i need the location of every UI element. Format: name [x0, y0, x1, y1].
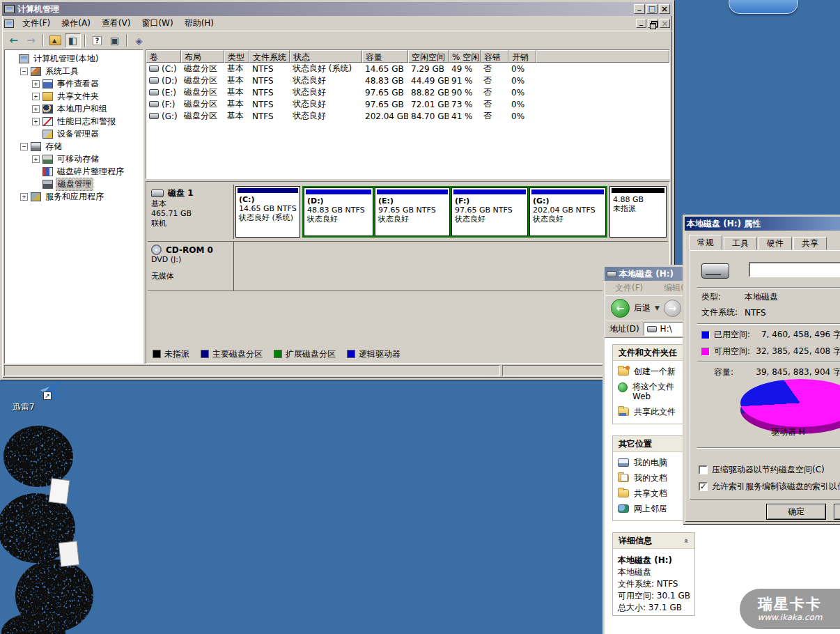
- expand-box-icon[interactable]: +: [32, 155, 40, 163]
- menu-item-2[interactable]: 查看(V): [96, 17, 137, 29]
- column-header-0[interactable]: 卷: [146, 50, 181, 63]
- sidebar-item-device-manager[interactable]: 设备管理器: [5, 127, 143, 140]
- used-space-value: 7, 460, 458, 496 字: [761, 329, 840, 341]
- xunlei7-desktop-shortcut[interactable]: ↗ 迅雷7: [13, 382, 68, 413]
- mdi-minimize-button[interactable]: [636, 19, 646, 28]
- sidebar-item-performance-logs[interactable]: +性能日志和警报: [5, 115, 143, 127]
- properties-button[interactable]: [89, 33, 105, 48]
- cell: 0%: [508, 64, 536, 74]
- forward-button[interactable]: [23, 33, 39, 48]
- column-header-5[interactable]: 容量: [362, 50, 408, 63]
- sidebar-item-disk-defragmenter[interactable]: 磁盘碎片整理程序: [5, 165, 143, 178]
- cell: 基本: [224, 86, 249, 98]
- tab-3[interactable]: 共享: [793, 237, 827, 250]
- tab-1[interactable]: 工具: [724, 237, 757, 250]
- maximize-button[interactable]: [646, 4, 658, 14]
- compress-drive-checkbox[interactable]: [699, 465, 708, 474]
- tab-2[interactable]: 硬件: [759, 237, 792, 250]
- column-header-8[interactable]: 容错: [481, 50, 508, 63]
- column-header-6[interactable]: 空闲空间: [408, 50, 449, 63]
- forward-button[interactable]: →: [664, 300, 681, 317]
- used-space-label: 已用空间:: [714, 329, 750, 341]
- separator: [697, 361, 840, 362]
- sidebar-item-local-users-groups[interactable]: +本地用户和组: [5, 102, 143, 115]
- sidebar-item-event-viewer[interactable]: +事件查看器: [5, 77, 143, 90]
- column-header-3[interactable]: 文件系统: [249, 50, 290, 63]
- title-bar[interactable]: 计算机管理: [2, 2, 672, 16]
- sidebar-item-storage[interactable]: −存储: [5, 140, 143, 153]
- volume-row-g[interactable]: (G:)磁盘分区基本NTFS状态良好202.04 GB84.70 GB41 %否…: [146, 110, 669, 122]
- panel-header-details[interactable]: 详细信息«: [613, 533, 694, 549]
- task-item-folder-new[interactable]: 创建一个新: [618, 366, 692, 376]
- collapse-box-icon[interactable]: −: [20, 143, 28, 150]
- sidebar-item-disk-management[interactable]: 磁盘管理: [5, 178, 143, 190]
- task-item-my-computer[interactable]: 我的电脑: [618, 458, 692, 467]
- action-button[interactable]: [131, 33, 147, 48]
- collapse-box-icon[interactable]: −: [20, 68, 28, 75]
- column-header-1[interactable]: 布局: [181, 50, 224, 63]
- new-window-button[interactable]: [107, 33, 123, 48]
- up-level-button[interactable]: [47, 33, 63, 48]
- sidebar-item-services-applications[interactable]: +服务和应用程序: [5, 190, 143, 203]
- sidebar-item-system-tools[interactable]: −系统工具: [5, 65, 143, 77]
- back-button[interactable]: [6, 33, 22, 48]
- column-header-4[interactable]: 状态: [290, 50, 362, 63]
- expand-box-icon[interactable]: +: [32, 80, 40, 88]
- volume-row-d[interactable]: (D:)磁盘分区基本NTFS状态良好48.83 GB44.49 GB91 %否0…: [146, 75, 669, 86]
- volume-row-f[interactable]: (F:)磁盘分区基本NTFS状态良好97.65 GB72.01 GB73 %否0…: [146, 98, 669, 110]
- back-label[interactable]: 后退: [634, 302, 651, 314]
- tab-0[interactable]: 常规: [689, 235, 722, 250]
- sidebar-item-shared-folders[interactable]: +共享文件夹: [5, 90, 143, 102]
- expand-box-icon[interactable]: +: [32, 118, 40, 125]
- task-item-network-places[interactable]: 网上邻居: [618, 504, 692, 513]
- panel-title: 其它位置: [619, 438, 652, 450]
- volume-row-e[interactable]: (E:)磁盘分区基本NTFS状态良好97.65 GB88.82 GB90 %否0…: [146, 86, 669, 98]
- close-button[interactable]: [659, 4, 670, 14]
- title-bar[interactable]: 本地磁盘 (H:) 属性: [685, 217, 840, 231]
- disk-1-header[interactable]: 磁盘 1 基本 465.71 GB 联机: [148, 185, 234, 239]
- menu-item-0[interactable]: 文件(F): [17, 17, 56, 29]
- menu-item-3[interactable]: 窗口(W): [136, 17, 178, 29]
- back-dropdown-icon[interactable]: ▼: [655, 304, 660, 311]
- partition-c[interactable]: (C:)14.65 GB NTFS状态良好 (系统): [235, 186, 300, 238]
- collapse-chevron-icon[interactable]: «: [682, 538, 691, 543]
- floating-widget[interactable]: [729, 0, 798, 14]
- mdi-restore-button[interactable]: [648, 19, 658, 28]
- back-button[interactable]: ←: [611, 299, 630, 318]
- shared-documents-icon: [618, 489, 629, 497]
- task-item-shared-documents[interactable]: 共享文档: [618, 488, 692, 498]
- sidebar-item-removable-storage[interactable]: +可移动存储: [5, 153, 143, 165]
- column-header-7[interactable]: % 空闲: [449, 50, 481, 63]
- unallocated-space[interactable]: 4.88 GB未指派: [609, 186, 667, 238]
- cancel-button[interactable]: [834, 504, 840, 520]
- disk-1-row: 磁盘 1 基本 465.71 GB 联机 (C:)14.65 GB NTFS状态…: [148, 185, 668, 239]
- column-header-2[interactable]: 类型: [224, 50, 249, 63]
- volume-label-field[interactable]: [749, 262, 840, 277]
- expand-box-icon[interactable]: +: [32, 93, 40, 100]
- task-item-my-documents[interactable]: 我的文档: [618, 473, 692, 483]
- expand-box-icon[interactable]: +: [32, 105, 40, 113]
- cell: 状态良好 (系统): [290, 63, 362, 75]
- sidebar-item-computer-management[interactable]: 计算机管理(本地): [5, 52, 143, 65]
- partition-e[interactable]: (E:)97.65 GB NTFS状态良好: [375, 187, 450, 236]
- window-title: 计算机管理: [17, 3, 59, 15]
- task-item-folder-share[interactable]: 共享此文件: [618, 407, 692, 417]
- index-service-checkbox[interactable]: ✓: [699, 482, 708, 491]
- minimize-button[interactable]: [634, 4, 645, 14]
- partition-f[interactable]: (F:)97.65 GB NTFS状态良好: [451, 187, 528, 236]
- cdrom-header[interactable]: CD-ROM 0 DVD (J:) 无媒体: [148, 242, 234, 291]
- ok-button[interactable]: 确定: [766, 504, 826, 520]
- mdi-close-button[interactable]: [660, 19, 670, 28]
- column-header-9[interactable]: 开销: [508, 50, 536, 63]
- menu-item-0[interactable]: 文件(F): [615, 282, 643, 294]
- filesystem-row: 文件系统: NTFS: [701, 307, 766, 318]
- partition-g[interactable]: (G:)202.04 GB NTFS状态良好: [529, 187, 606, 236]
- menu-item-4[interactable]: 帮助(H): [179, 17, 219, 29]
- partition-d[interactable]: (D:)48.83 GB NTFS状态良好: [304, 187, 373, 236]
- toolbar-separator: [42, 34, 44, 47]
- expand-box-icon[interactable]: +: [20, 193, 28, 201]
- task-item-publish-web[interactable]: 将这个文件Web: [618, 382, 692, 401]
- volume-row-c[interactable]: (C:)磁盘分区基本NTFS状态良好 (系统)14.65 GB7.29 GB49…: [146, 63, 669, 75]
- console-tree-toggle-button[interactable]: [65, 33, 81, 48]
- menu-item-1[interactable]: 操作(A): [56, 17, 96, 29]
